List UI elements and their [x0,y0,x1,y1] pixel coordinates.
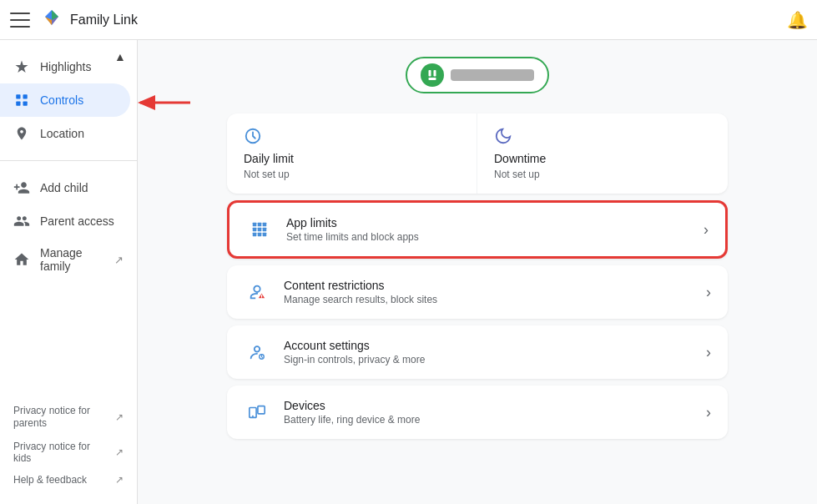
sidebar-item-manage-family[interactable]: Manage family ↗ [0,238,137,281]
highlights-icon [13,58,30,75]
profile-avatar [421,63,444,87]
devices-subtitle: Battery life, ring device & more [284,414,699,426]
controls-container: Daily limit Not set up Downtime Not set … [227,113,728,446]
profile-pill[interactable] [406,57,549,93]
sidebar-item-add-child[interactable]: Add child [0,171,137,204]
app-limits-subtitle: Set time limits and block apps [286,231,697,243]
add-child-icon [13,179,30,196]
sidebar-divider-1 [0,160,137,161]
app-logo: Family Link [40,8,138,32]
location-icon [13,125,30,142]
svg-rect-21 [263,233,267,237]
app-limits-text: App limits Set time limits and block app… [286,216,697,243]
account-settings-title: Account settings [284,339,699,352]
devices-text: Devices Battery life, ring device & more [284,399,699,426]
sidebar-controls-label: Controls [40,93,83,107]
app-limits-item[interactable]: App limits Set time limits and block app… [227,200,728,259]
svg-point-22 [254,286,260,292]
privacy-parents-ext-icon: ↗ [115,411,124,423]
sidebar-highlights-label: Highlights [40,60,91,73]
sidebar-nav-section: Highlights Controls [0,47,137,154]
app-title: Family Link [70,13,138,28]
daily-limit-subtitle: Not set up [244,169,460,180]
privacy-parents-label: Privacy notice for parents [13,405,105,431]
main-layout: ▲ Highlights [0,40,817,504]
svg-rect-14 [258,223,262,227]
manage-family-ext-icon: ↗ [114,254,124,266]
sidebar-footer: Privacy notice for parents ↗ Privacy not… [0,393,137,497]
parent-access-icon [13,213,30,229]
account-settings-item[interactable]: Account settings Sign-in controls, priva… [227,325,728,379]
sidebar: ▲ Highlights [0,40,138,504]
app-limits-icon [246,216,273,243]
app-limits-title: App limits [286,216,697,229]
sidebar-item-parent-access[interactable]: Parent access [0,204,137,238]
app-limits-chevron: › [704,221,709,239]
account-settings-text: Account settings Sign-in controls, priva… [284,339,699,365]
menu-button[interactable] [10,10,30,30]
sidebar-item-controls[interactable]: Controls [0,83,130,117]
devices-icon [244,399,270,426]
svg-rect-13 [253,223,257,227]
daily-limit-icon [244,127,460,145]
svg-rect-20 [258,233,262,237]
daily-limit-title: Daily limit [244,152,460,165]
add-child-label: Add child [40,181,88,194]
downtime-subtitle: Not set up [494,169,711,180]
svg-rect-6 [16,102,20,106]
sidebar-item-location[interactable]: Location [0,117,130,150]
profile-name-blurred [451,69,534,81]
svg-rect-10 [434,70,436,77]
svg-rect-16 [253,228,257,232]
svg-rect-7 [23,102,28,106]
sidebar-item-privacy-kids[interactable]: Privacy notice for kids ↗ [0,436,137,469]
svg-point-25 [261,297,262,298]
sidebar-item-privacy-parents[interactable]: Privacy notice for parents ↗ [0,400,137,436]
svg-rect-9 [429,70,431,77]
downtime-icon [494,127,711,145]
controls-icon [13,92,30,108]
manage-family-icon [13,251,30,268]
content-restrictions-chevron: › [706,284,711,301]
manage-family-label: Manage family [40,246,104,273]
help-feedback-ext-icon: ↗ [115,474,124,486]
sidebar-item-help-feedback[interactable]: Help & feedback ↗ [0,469,137,491]
content-restrictions-title: Content restrictions [284,279,699,292]
logo-icon [40,8,63,32]
main-content: Daily limit Not set up Downtime Not set … [138,40,817,504]
sidebar-actions-section: Add child Parent access Manag [0,168,137,285]
svg-rect-5 [23,94,28,98]
content-restrictions-item[interactable]: Content restrictions Manage search resul… [227,265,728,319]
svg-rect-18 [263,228,267,232]
svg-rect-17 [258,228,262,232]
sidebar-item-highlights[interactable]: Highlights [0,50,130,83]
time-controls-row: Daily limit Not set up Downtime Not set … [227,113,728,194]
content-restrictions-text: Content restrictions Manage search resul… [284,279,699,305]
svg-rect-29 [258,406,265,414]
notifications-button[interactable]: 🔔 [787,10,807,30]
privacy-kids-label: Privacy notice for kids [13,441,108,464]
devices-item[interactable]: Devices Battery life, ring device & more… [227,386,728,439]
svg-point-26 [255,346,260,351]
help-feedback-label: Help & feedback [13,474,87,486]
account-settings-subtitle: Sign-in controls, privacy & more [284,354,699,365]
svg-rect-19 [253,233,257,237]
content-restrictions-icon [244,279,270,305]
devices-title: Devices [284,399,699,412]
account-settings-chevron: › [706,344,711,361]
parent-access-label: Parent access [40,214,114,228]
downtime-title: Downtime [494,152,711,165]
content-restrictions-subtitle: Manage search results, block sites [284,294,699,305]
account-settings-icon [244,339,270,365]
sidebar-location-label: Location [40,127,84,140]
svg-rect-11 [429,78,436,80]
devices-chevron: › [706,404,711,421]
svg-rect-4 [16,94,20,98]
privacy-kids-ext-icon: ↗ [115,446,124,458]
topbar: Family Link 🔔 [0,0,817,40]
downtime-card[interactable]: Downtime Not set up [477,113,728,194]
svg-rect-15 [263,223,267,227]
daily-limit-card[interactable]: Daily limit Not set up [227,113,477,194]
